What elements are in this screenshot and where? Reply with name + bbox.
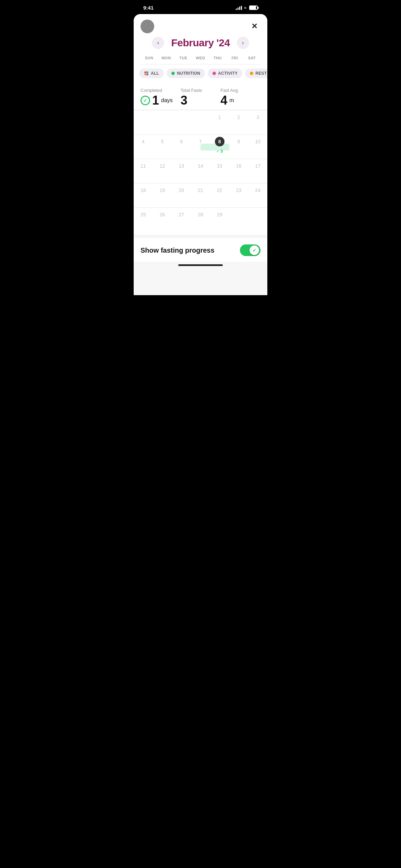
filter-nutrition[interactable]: NUTRITION xyxy=(167,69,205,78)
filter-all[interactable]: ALL xyxy=(139,69,164,78)
phone-container: 9:41 ≈ ✕ ‹ February '24 xyxy=(134,0,267,295)
calendar-day-empty xyxy=(134,110,153,134)
calendar-day-1[interactable]: 1 xyxy=(210,110,229,134)
stat-completed-value: ✓ 1 days xyxy=(141,94,181,107)
calendar-day-7[interactable]: 7 xyxy=(191,135,210,159)
weekday-sat: SAT xyxy=(243,55,260,61)
next-month-button[interactable]: › xyxy=(237,37,249,49)
calendar-day-empty xyxy=(248,208,267,232)
filter-rest-label: REST xyxy=(255,71,267,76)
calendar-day-20[interactable]: 20 xyxy=(172,183,191,207)
weekday-mon: MON xyxy=(158,55,175,61)
filter-all-label: ALL xyxy=(151,71,159,76)
stat-avg-number: 4 xyxy=(220,94,227,107)
calendar: 1 2 3 4 5 6 7 8 ✓ 3 xyxy=(134,110,267,234)
bottom-sheet: ✕ ‹ February '24 › SUN MON TUE WED THU F… xyxy=(134,14,267,295)
toggle-check-icon: ✓ xyxy=(252,248,256,253)
calendar-day-12[interactable]: 12 xyxy=(153,159,172,183)
time-display: 9:41 xyxy=(143,5,154,11)
calendar-day-16[interactable]: 16 xyxy=(229,159,248,183)
stat-total-fasts: Total Fasts 3 xyxy=(181,88,221,107)
weekday-row: SUN MON TUE WED THU FRI SAT xyxy=(141,55,260,64)
weekday-thu: THU xyxy=(209,55,226,61)
calendar-day-11[interactable]: 11 xyxy=(134,159,153,183)
calendar-day-8[interactable]: 8 ✓ 3 xyxy=(210,135,229,159)
calendar-day-5[interactable]: 5 xyxy=(153,135,172,159)
calendar-day-19[interactable]: 19 xyxy=(153,183,172,207)
status-bar: 9:41 ≈ xyxy=(134,0,267,13)
home-bar xyxy=(178,264,223,266)
calendar-week-2: 4 5 6 7 8 ✓ 3 9 10 xyxy=(134,134,267,159)
calendar-day-24[interactable]: 24 xyxy=(248,183,267,207)
calendar-day-14[interactable]: 14 xyxy=(191,159,210,183)
calendar-day-25[interactable]: 25 xyxy=(134,208,153,232)
wifi-icon: ≈ xyxy=(244,5,246,10)
sheet-header: ✕ ‹ February '24 › SUN MON TUE WED THU F… xyxy=(134,14,267,64)
filter-activity[interactable]: ACTIVITY xyxy=(208,69,242,78)
calendar-day-empty xyxy=(172,110,191,134)
calendar-day-13[interactable]: 13 xyxy=(172,159,191,183)
calendar-day-17[interactable]: 17 xyxy=(248,159,267,183)
stat-completed: Completed ✓ 1 days xyxy=(141,88,181,107)
weekday-sun: SUN xyxy=(141,55,158,61)
filter-rest[interactable]: REST xyxy=(245,69,267,78)
calendar-day-18[interactable]: 18 xyxy=(134,183,153,207)
completed-icon: ✓ xyxy=(141,96,150,105)
calendar-day-4[interactable]: 4 xyxy=(134,135,153,159)
status-icons: ≈ xyxy=(236,5,258,10)
stat-completed-label: Completed xyxy=(141,88,181,93)
fasting-progress-toggle[interactable]: ✓ xyxy=(240,244,260,256)
signal-icon xyxy=(236,6,242,10)
calendar-day-10[interactable]: 10 xyxy=(248,135,267,159)
calendar-day-22[interactable]: 22 xyxy=(210,183,229,207)
month-nav: ‹ February '24 › xyxy=(141,37,260,49)
stat-fasts-value: 3 xyxy=(181,94,221,107)
month-title: February '24 xyxy=(171,37,230,49)
calendar-week-5: 25 26 27 28 29 xyxy=(134,207,267,232)
calendar-week-4: 18 19 20 21 22 23 24 xyxy=(134,183,267,207)
stat-fasts-number: 3 xyxy=(181,94,187,107)
nutrition-dot xyxy=(171,72,175,75)
calendar-day-15[interactable]: 15 xyxy=(210,159,229,183)
header-row: ✕ xyxy=(141,20,260,33)
calendar-day-28[interactable]: 28 xyxy=(191,208,210,232)
fast-indicator: ✓ 3 xyxy=(216,148,223,154)
calendar-day-21[interactable]: 21 xyxy=(191,183,210,207)
calendar-day-27[interactable]: 27 xyxy=(172,208,191,232)
stat-completed-unit: days xyxy=(161,97,173,104)
battery-icon xyxy=(249,5,258,10)
stat-avg-label: Fast Avg. xyxy=(220,88,260,93)
home-indicator xyxy=(134,262,267,270)
calendar-day-6[interactable]: 6 xyxy=(172,135,191,159)
filter-bar: ALL NUTRITION ACTIVITY REST xyxy=(134,64,267,82)
calendar-day-26[interactable]: 26 xyxy=(153,208,172,232)
stat-completed-number: 1 xyxy=(152,94,159,107)
calendar-day-9[interactable]: 9 xyxy=(229,135,248,159)
calendar-day-empty xyxy=(153,110,172,134)
calendar-week-1: 1 2 3 xyxy=(134,110,267,134)
stat-avg-unit: m xyxy=(229,97,234,104)
filter-nutrition-label: NUTRITION xyxy=(177,71,200,76)
calendar-week-3: 11 12 13 14 15 16 17 xyxy=(134,159,267,183)
activity-dot xyxy=(212,72,216,75)
rest-dot xyxy=(250,72,253,75)
calendar-day-23[interactable]: 23 xyxy=(229,183,248,207)
calendar-day-empty xyxy=(191,110,210,134)
calendar-day-3[interactable]: 3 xyxy=(248,110,267,134)
toggle-circle: ✓ xyxy=(250,245,259,255)
stat-fasts-label: Total Fasts xyxy=(181,88,221,93)
avatar xyxy=(141,20,154,33)
weekday-wed: WED xyxy=(192,55,209,61)
calendar-day-29[interactable]: 29 xyxy=(210,208,229,232)
prev-month-button[interactable]: ‹ xyxy=(152,37,164,49)
close-button[interactable]: ✕ xyxy=(248,20,260,33)
calendar-day-empty xyxy=(229,208,248,232)
bottom-section: Show fasting progress ✓ xyxy=(134,237,267,262)
svg-point-1 xyxy=(146,71,148,73)
filter-activity-label: ACTIVITY xyxy=(218,71,238,76)
calendar-day-2[interactable]: 2 xyxy=(229,110,248,134)
svg-point-0 xyxy=(144,71,146,73)
fasting-progress-label: Show fasting progress xyxy=(141,246,215,254)
fast-bar-start xyxy=(200,144,210,150)
weekday-tue: TUE xyxy=(175,55,192,61)
